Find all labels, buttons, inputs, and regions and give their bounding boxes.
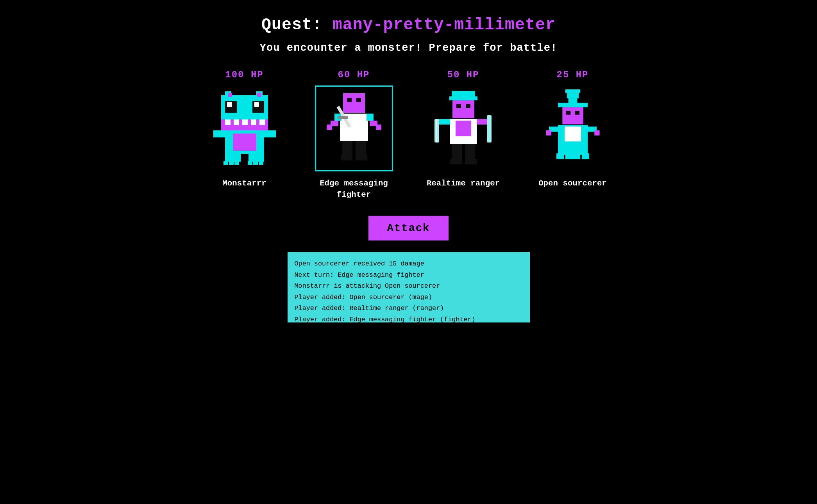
svg-rect-55: [452, 144, 462, 160]
svg-rect-72: [594, 130, 599, 135]
svg-rect-68: [565, 126, 581, 141]
svg-rect-14: [259, 119, 265, 125]
battle-log[interactable]: Open sourcerer received 15 damage Next t…: [288, 252, 530, 322]
character-card-sourcerer: 25 HP: [530, 69, 616, 189]
fighter-name: Edge messagingfighter: [320, 178, 388, 200]
svg-rect-62: [558, 103, 587, 107]
svg-rect-27: [343, 93, 365, 113]
svg-rect-76: [581, 153, 589, 159]
quest-label: Quest:: [261, 16, 322, 34]
battle-log-text: Open sourcerer received 15 damage Next t…: [295, 258, 523, 322]
svg-rect-36: [376, 125, 381, 130]
fighter-hp: 60 HP: [338, 69, 370, 80]
monstarrr-hp: 100 HP: [225, 69, 263, 80]
sourcerer-sprite: [542, 89, 604, 167]
svg-rect-26: [264, 130, 276, 137]
svg-rect-19: [223, 161, 228, 165]
attack-button[interactable]: Attack: [368, 216, 449, 240]
ranger-sprite: [432, 89, 495, 167]
svg-rect-46: [456, 104, 461, 108]
svg-rect-56: [465, 144, 475, 160]
svg-rect-6: [228, 93, 232, 97]
svg-rect-22: [248, 161, 252, 165]
svg-rect-20: [229, 161, 234, 165]
svg-rect-24: [259, 161, 263, 165]
ranger-hp: 50 HP: [447, 69, 479, 80]
svg-rect-50: [438, 119, 450, 125]
fighter-sprite: [323, 89, 385, 167]
svg-rect-74: [565, 153, 572, 159]
svg-rect-17: [225, 154, 241, 162]
monstarrr-name: Monstarrr: [222, 178, 266, 189]
svg-rect-4: [254, 102, 259, 107]
character-card-monstarrr: 100 HP: [202, 69, 288, 189]
svg-rect-29: [356, 98, 361, 102]
svg-rect-25: [213, 130, 225, 137]
svg-rect-41: [341, 155, 352, 160]
ranger-sprite-wrapper: [424, 85, 502, 171]
svg-rect-63: [570, 89, 575, 93]
sourcerer-sprite-wrapper: [534, 85, 612, 171]
svg-rect-44: [449, 96, 477, 100]
svg-rect-60: [567, 93, 578, 98]
svg-rect-49: [456, 121, 471, 136]
svg-rect-8: [257, 93, 261, 97]
svg-rect-32: [366, 114, 374, 121]
svg-rect-73: [556, 153, 564, 159]
svg-rect-42: [356, 155, 367, 160]
svg-rect-23: [253, 161, 258, 165]
svg-rect-53: [487, 115, 492, 142]
character-card-ranger: 50 HP: [420, 69, 506, 189]
ranger-name: Realtime ranger: [427, 178, 500, 189]
svg-rect-10: [225, 119, 231, 125]
svg-rect-12: [242, 119, 248, 125]
character-card-fighter: 60 HP: [311, 69, 397, 200]
characters-row: 100 HP: [202, 69, 616, 200]
monstarrr-sprite: [213, 89, 276, 167]
encounter-text: You encounter a monster! Prepare for bat…: [260, 42, 558, 54]
svg-rect-61: [568, 98, 577, 103]
svg-rect-66: [575, 111, 579, 115]
svg-rect-18: [248, 154, 264, 162]
sourcerer-hp: 25 HP: [556, 69, 588, 80]
svg-rect-71: [546, 130, 551, 135]
quest-name: many-pretty-millimeter: [333, 16, 556, 34]
svg-rect-47: [466, 104, 470, 108]
quest-title: Quest: many-pretty-millimeter: [261, 16, 556, 34]
attack-btn-container: Attack: [368, 216, 449, 240]
sourcerer-name: Open sourcerer: [538, 178, 607, 189]
fighter-sprite-wrapper: [315, 85, 393, 171]
svg-rect-64: [562, 107, 583, 125]
svg-rect-35: [327, 125, 332, 130]
svg-rect-65: [566, 111, 570, 115]
svg-rect-39: [342, 141, 352, 156]
svg-rect-13: [251, 119, 256, 125]
svg-rect-52: [477, 119, 488, 125]
svg-rect-75: [573, 153, 580, 159]
svg-rect-3: [227, 102, 232, 107]
svg-rect-45: [452, 100, 474, 118]
svg-rect-57: [450, 159, 462, 164]
svg-rect-28: [347, 98, 352, 102]
svg-rect-16: [233, 134, 256, 151]
monstarrr-sprite-wrapper: [206, 85, 284, 171]
svg-rect-40: [356, 141, 366, 156]
svg-rect-11: [234, 119, 239, 125]
svg-rect-38: [338, 116, 348, 119]
svg-rect-21: [234, 161, 239, 165]
svg-rect-58: [465, 159, 477, 164]
